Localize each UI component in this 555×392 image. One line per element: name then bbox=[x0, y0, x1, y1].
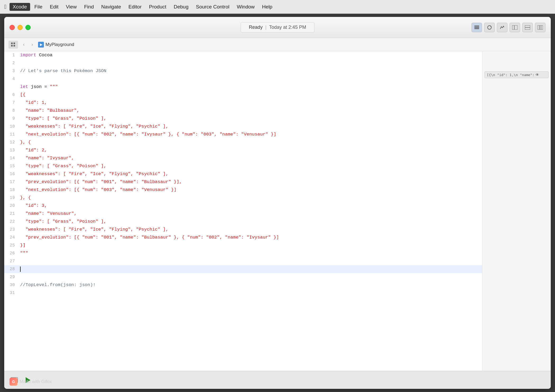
line-content-18: "next_evolution": [{ "num": "003", "name… bbox=[19, 186, 482, 194]
back-button[interactable]: ‹ bbox=[20, 41, 27, 48]
code-line-20: 20 "id": 3, bbox=[4, 202, 482, 210]
code-line-8: 8 "name": "Bulbasaur", bbox=[4, 107, 482, 115]
result-eye-icon: 👁 bbox=[535, 73, 539, 77]
line-number-14: 14 bbox=[4, 154, 19, 162]
menu-window[interactable]: Window bbox=[234, 3, 258, 11]
grid-view-button[interactable] bbox=[8, 41, 18, 49]
code-line-27: 27 bbox=[4, 257, 482, 265]
line-number-29: 29 bbox=[4, 273, 19, 281]
line-content-6: [{ bbox=[19, 91, 482, 99]
menu-debug[interactable]: Debug bbox=[170, 3, 192, 11]
code-line-1: 1 import Cocoa bbox=[4, 51, 482, 59]
gifox-logo: G bbox=[10, 378, 17, 386]
line-number-7: 7 bbox=[4, 99, 19, 107]
line-content-23: "weaknesses": [ "Fire", "Ice", "Flying",… bbox=[19, 226, 482, 234]
code-line-23: 23 "weaknesses": [ "Fire", "Ice", "Flyin… bbox=[4, 226, 482, 234]
status-separator: | bbox=[265, 25, 267, 30]
menu-source-control[interactable]: Source Control bbox=[193, 3, 233, 11]
code-line-2: 2 bbox=[4, 59, 482, 67]
editor-layout-button-4[interactable] bbox=[510, 23, 520, 32]
menu-edit[interactable]: Edit bbox=[47, 3, 62, 11]
code-line-24: 24 "prev_evolution": [{ "num": "001", "n… bbox=[4, 234, 482, 241]
line-content-11: "next_evolution": [{ "num": "002", "name… bbox=[19, 130, 482, 138]
line-content-20: "id": 3, bbox=[19, 202, 482, 210]
result-badge[interactable]: [{\n "id": 1,\n "name": 👁 bbox=[484, 71, 549, 78]
line-number-1: 1 bbox=[4, 51, 19, 59]
menu-product[interactable]: Product bbox=[146, 3, 169, 11]
menu-navigate[interactable]: Navigate bbox=[98, 3, 124, 11]
code-line-9: 9 "type": [ "Grass", "Poison" ], bbox=[4, 115, 482, 123]
fullscreen-button[interactable] bbox=[25, 25, 31, 30]
menu-editor[interactable]: Editor bbox=[125, 3, 145, 11]
line-number-30: 30 bbox=[4, 281, 19, 289]
breadcrumb-file[interactable]: ▶ MyPlayground bbox=[38, 42, 74, 48]
status-bar: Ready | Today at 2:45 PM bbox=[241, 22, 314, 32]
code-line-4: 4 bbox=[4, 75, 482, 83]
editor-layout-button-2[interactable] bbox=[484, 23, 495, 32]
code-line-10: 10 "weaknesses": [ "Fire", "Ice", "Flyin… bbox=[4, 123, 482, 130]
editor-layout-button-6[interactable] bbox=[535, 23, 545, 32]
code-line-13: 13 "id": 2, bbox=[4, 146, 482, 154]
line-number-8: 8 bbox=[4, 107, 19, 115]
menu-find[interactable]: Find bbox=[81, 3, 97, 11]
code-line-17: 17 "prev_evolution": [{ "num": "001", "n… bbox=[4, 178, 482, 186]
minimize-button[interactable] bbox=[17, 25, 23, 30]
line-number-24: 24 bbox=[4, 234, 19, 241]
line-content-21: "name": "Venusaur", bbox=[19, 210, 482, 218]
line-number-12: 12 bbox=[4, 138, 19, 146]
line-number-4: 4 bbox=[4, 75, 19, 83]
line-content-17: "prev_evolution": [{ "num": "001", "name… bbox=[19, 178, 482, 186]
line-number-13: 13 bbox=[4, 146, 19, 154]
line-content-16: "weaknesses": [ "Fire", "Ice", "Flying",… bbox=[19, 170, 482, 178]
menu-view[interactable]: View bbox=[63, 3, 80, 11]
line-number-23: 23 bbox=[4, 226, 19, 234]
line-number-28: 28 bbox=[4, 265, 19, 273]
menu-file[interactable]: File bbox=[31, 3, 46, 11]
code-line-14: 14 "name": "Ivysaur", bbox=[4, 154, 482, 162]
code-line-28: 28 bbox=[4, 265, 482, 273]
code-line-19: 19 }, { bbox=[4, 194, 482, 202]
svg-rect-1 bbox=[474, 27, 479, 28]
line-content-25: }] bbox=[19, 241, 482, 249]
line-number-2: 2 bbox=[4, 59, 19, 67]
forward-button[interactable]: › bbox=[29, 41, 36, 48]
code-line-6: 6 [{ bbox=[4, 91, 482, 99]
line-number-10: 10 bbox=[4, 123, 19, 130]
line-content-28 bbox=[19, 265, 482, 273]
apple-menu-icon[interactable]:  bbox=[4, 3, 6, 10]
code-line-30: 30 //TopLevel.from(json: json)! bbox=[4, 281, 482, 289]
close-button[interactable] bbox=[10, 25, 15, 30]
svg-rect-13 bbox=[11, 45, 13, 46]
status-time-label: Today at 2:45 PM bbox=[269, 25, 306, 30]
code-line-31: 31 bbox=[4, 289, 482, 297]
menu-xcode[interactable]: Xcode bbox=[10, 3, 30, 11]
code-line-21: 21 "name": "Venusaur", bbox=[4, 210, 482, 218]
svg-rect-14 bbox=[13, 45, 15, 46]
code-lines: 1 import Cocoa 2 3 // Let's parse this P… bbox=[4, 51, 482, 297]
main-content: 1 import Cocoa 2 3 // Let's parse this P… bbox=[4, 51, 551, 371]
svg-rect-0 bbox=[474, 26, 479, 26]
line-number-18: 18 bbox=[4, 186, 19, 194]
line-number-19: 19 bbox=[4, 194, 19, 202]
editor-layout-button-1[interactable] bbox=[471, 23, 482, 32]
line-content-5: let json = """ bbox=[19, 83, 482, 91]
code-line-18: 18 "next_evolution": [{ "num": "003", "n… bbox=[4, 186, 482, 194]
line-content-12: }, { bbox=[19, 138, 482, 146]
code-line-16: 16 "weaknesses": [ "Fire", "Ice", "Flyin… bbox=[4, 170, 482, 178]
line-number-21: 21 bbox=[4, 210, 19, 218]
menu-help[interactable]: Help bbox=[259, 3, 276, 11]
svg-rect-12 bbox=[13, 43, 15, 44]
right-panel: [{\n "id": 1,\n "name": 👁 bbox=[482, 51, 551, 371]
traffic-lights bbox=[10, 25, 31, 30]
line-number-31: 31 bbox=[4, 289, 19, 297]
editor-layout-button-5[interactable] bbox=[522, 23, 533, 32]
code-line-12: 12 }, { bbox=[4, 138, 482, 146]
titlebar: Ready | Today at 2:45 PM bbox=[4, 17, 551, 38]
code-editor[interactable]: 1 import Cocoa 2 3 // Let's parse this P… bbox=[4, 51, 482, 371]
line-number-20: 20 bbox=[4, 202, 19, 210]
line-number-6: 6 bbox=[4, 91, 19, 99]
bottom-bar bbox=[4, 371, 551, 389]
editor-layout-button-3[interactable] bbox=[497, 23, 507, 32]
line-content-30: //TopLevel.from(json: json)! bbox=[19, 281, 482, 289]
status-ready-label: Ready bbox=[249, 25, 263, 30]
